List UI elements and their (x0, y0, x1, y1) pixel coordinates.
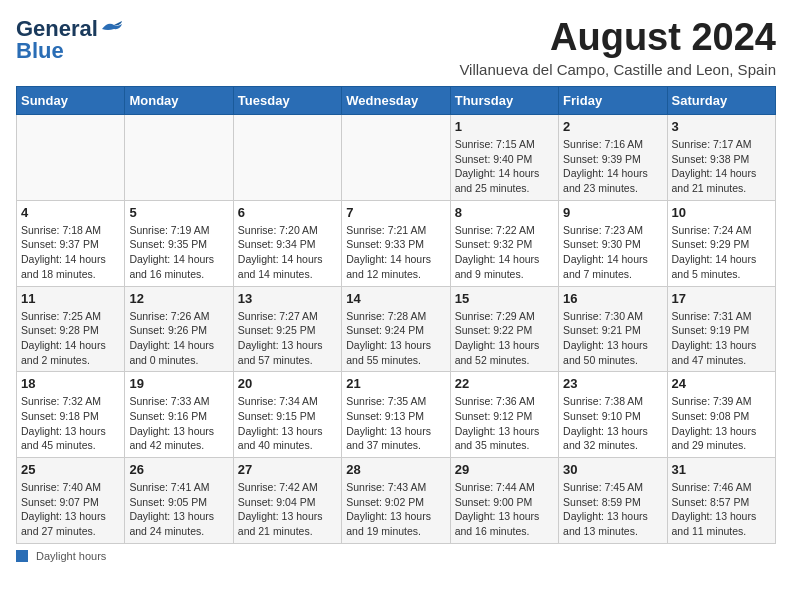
calendar-table: SundayMondayTuesdayWednesdayThursdayFrid… (16, 86, 776, 544)
calendar-week-row: 25Sunrise: 7:40 AM Sunset: 9:07 PM Dayli… (17, 458, 776, 544)
logo: General Blue (16, 16, 122, 64)
weekday-header-friday: Friday (559, 87, 667, 115)
day-number: 31 (672, 462, 771, 477)
day-info: Sunrise: 7:44 AM Sunset: 9:00 PM Dayligh… (455, 480, 554, 539)
day-info: Sunrise: 7:35 AM Sunset: 9:13 PM Dayligh… (346, 394, 445, 453)
calendar-cell: 16Sunrise: 7:30 AM Sunset: 9:21 PM Dayli… (559, 286, 667, 372)
day-info: Sunrise: 7:25 AM Sunset: 9:28 PM Dayligh… (21, 309, 120, 368)
calendar-cell: 8Sunrise: 7:22 AM Sunset: 9:32 PM Daylig… (450, 200, 558, 286)
calendar-cell (125, 115, 233, 201)
day-info: Sunrise: 7:17 AM Sunset: 9:38 PM Dayligh… (672, 137, 771, 196)
day-number: 25 (21, 462, 120, 477)
day-info: Sunrise: 7:36 AM Sunset: 9:12 PM Dayligh… (455, 394, 554, 453)
calendar-cell: 23Sunrise: 7:38 AM Sunset: 9:10 PM Dayli… (559, 372, 667, 458)
day-number: 16 (563, 291, 662, 306)
title-area: August 2024 Villanueva del Campo, Castil… (459, 16, 776, 78)
day-info: Sunrise: 7:23 AM Sunset: 9:30 PM Dayligh… (563, 223, 662, 282)
page-header: General Blue August 2024 Villanueva del … (16, 16, 776, 78)
calendar-week-row: 18Sunrise: 7:32 AM Sunset: 9:18 PM Dayli… (17, 372, 776, 458)
day-number: 18 (21, 376, 120, 391)
location-subtitle: Villanueva del Campo, Castille and Leon,… (459, 61, 776, 78)
calendar-cell: 5Sunrise: 7:19 AM Sunset: 9:35 PM Daylig… (125, 200, 233, 286)
day-info: Sunrise: 7:38 AM Sunset: 9:10 PM Dayligh… (563, 394, 662, 453)
calendar-cell: 14Sunrise: 7:28 AM Sunset: 9:24 PM Dayli… (342, 286, 450, 372)
day-number: 11 (21, 291, 120, 306)
day-info: Sunrise: 7:30 AM Sunset: 9:21 PM Dayligh… (563, 309, 662, 368)
month-year-title: August 2024 (459, 16, 776, 59)
day-number: 2 (563, 119, 662, 134)
legend-color-box (16, 550, 28, 562)
calendar-week-row: 1Sunrise: 7:15 AM Sunset: 9:40 PM Daylig… (17, 115, 776, 201)
calendar-cell: 10Sunrise: 7:24 AM Sunset: 9:29 PM Dayli… (667, 200, 775, 286)
calendar-cell: 30Sunrise: 7:45 AM Sunset: 8:59 PM Dayli… (559, 458, 667, 544)
day-info: Sunrise: 7:32 AM Sunset: 9:18 PM Dayligh… (21, 394, 120, 453)
day-number: 5 (129, 205, 228, 220)
day-info: Sunrise: 7:27 AM Sunset: 9:25 PM Dayligh… (238, 309, 337, 368)
day-info: Sunrise: 7:28 AM Sunset: 9:24 PM Dayligh… (346, 309, 445, 368)
day-info: Sunrise: 7:33 AM Sunset: 9:16 PM Dayligh… (129, 394, 228, 453)
day-number: 21 (346, 376, 445, 391)
day-number: 24 (672, 376, 771, 391)
day-info: Sunrise: 7:21 AM Sunset: 9:33 PM Dayligh… (346, 223, 445, 282)
weekday-header-sunday: Sunday (17, 87, 125, 115)
calendar-cell: 28Sunrise: 7:43 AM Sunset: 9:02 PM Dayli… (342, 458, 450, 544)
day-number: 13 (238, 291, 337, 306)
calendar-cell: 31Sunrise: 7:46 AM Sunset: 8:57 PM Dayli… (667, 458, 775, 544)
day-number: 20 (238, 376, 337, 391)
day-info: Sunrise: 7:42 AM Sunset: 9:04 PM Dayligh… (238, 480, 337, 539)
day-number: 14 (346, 291, 445, 306)
day-info: Sunrise: 7:15 AM Sunset: 9:40 PM Dayligh… (455, 137, 554, 196)
day-number: 17 (672, 291, 771, 306)
calendar-cell: 17Sunrise: 7:31 AM Sunset: 9:19 PM Dayli… (667, 286, 775, 372)
calendar-cell: 15Sunrise: 7:29 AM Sunset: 9:22 PM Dayli… (450, 286, 558, 372)
footer-legend: Daylight hours (16, 550, 776, 562)
day-number: 7 (346, 205, 445, 220)
calendar-cell: 11Sunrise: 7:25 AM Sunset: 9:28 PM Dayli… (17, 286, 125, 372)
weekday-header-thursday: Thursday (450, 87, 558, 115)
day-number: 19 (129, 376, 228, 391)
day-number: 10 (672, 205, 771, 220)
calendar-cell: 2Sunrise: 7:16 AM Sunset: 9:39 PM Daylig… (559, 115, 667, 201)
calendar-cell: 1Sunrise: 7:15 AM Sunset: 9:40 PM Daylig… (450, 115, 558, 201)
day-info: Sunrise: 7:34 AM Sunset: 9:15 PM Dayligh… (238, 394, 337, 453)
day-info: Sunrise: 7:41 AM Sunset: 9:05 PM Dayligh… (129, 480, 228, 539)
calendar-cell: 21Sunrise: 7:35 AM Sunset: 9:13 PM Dayli… (342, 372, 450, 458)
day-number: 1 (455, 119, 554, 134)
weekday-header-tuesday: Tuesday (233, 87, 341, 115)
calendar-cell: 6Sunrise: 7:20 AM Sunset: 9:34 PM Daylig… (233, 200, 341, 286)
calendar-cell: 29Sunrise: 7:44 AM Sunset: 9:00 PM Dayli… (450, 458, 558, 544)
weekday-header-monday: Monday (125, 87, 233, 115)
weekday-header-row: SundayMondayTuesdayWednesdayThursdayFrid… (17, 87, 776, 115)
calendar-cell: 20Sunrise: 7:34 AM Sunset: 9:15 PM Dayli… (233, 372, 341, 458)
day-info: Sunrise: 7:40 AM Sunset: 9:07 PM Dayligh… (21, 480, 120, 539)
calendar-cell: 24Sunrise: 7:39 AM Sunset: 9:08 PM Dayli… (667, 372, 775, 458)
day-info: Sunrise: 7:31 AM Sunset: 9:19 PM Dayligh… (672, 309, 771, 368)
day-info: Sunrise: 7:18 AM Sunset: 9:37 PM Dayligh… (21, 223, 120, 282)
day-number: 22 (455, 376, 554, 391)
calendar-week-row: 4Sunrise: 7:18 AM Sunset: 9:37 PM Daylig… (17, 200, 776, 286)
calendar-cell: 26Sunrise: 7:41 AM Sunset: 9:05 PM Dayli… (125, 458, 233, 544)
logo-text-blue: Blue (16, 38, 64, 64)
day-info: Sunrise: 7:39 AM Sunset: 9:08 PM Dayligh… (672, 394, 771, 453)
day-info: Sunrise: 7:19 AM Sunset: 9:35 PM Dayligh… (129, 223, 228, 282)
calendar-cell: 19Sunrise: 7:33 AM Sunset: 9:16 PM Dayli… (125, 372, 233, 458)
calendar-cell (342, 115, 450, 201)
day-number: 26 (129, 462, 228, 477)
day-info: Sunrise: 7:46 AM Sunset: 8:57 PM Dayligh… (672, 480, 771, 539)
day-info: Sunrise: 7:43 AM Sunset: 9:02 PM Dayligh… (346, 480, 445, 539)
day-info: Sunrise: 7:29 AM Sunset: 9:22 PM Dayligh… (455, 309, 554, 368)
day-number: 29 (455, 462, 554, 477)
calendar-cell: 13Sunrise: 7:27 AM Sunset: 9:25 PM Dayli… (233, 286, 341, 372)
day-info: Sunrise: 7:26 AM Sunset: 9:26 PM Dayligh… (129, 309, 228, 368)
day-info: Sunrise: 7:20 AM Sunset: 9:34 PM Dayligh… (238, 223, 337, 282)
day-number: 8 (455, 205, 554, 220)
day-number: 23 (563, 376, 662, 391)
day-number: 9 (563, 205, 662, 220)
day-info: Sunrise: 7:45 AM Sunset: 8:59 PM Dayligh… (563, 480, 662, 539)
calendar-cell: 22Sunrise: 7:36 AM Sunset: 9:12 PM Dayli… (450, 372, 558, 458)
day-number: 12 (129, 291, 228, 306)
legend-label: Daylight hours (36, 550, 106, 562)
calendar-cell: 12Sunrise: 7:26 AM Sunset: 9:26 PM Dayli… (125, 286, 233, 372)
calendar-cell: 7Sunrise: 7:21 AM Sunset: 9:33 PM Daylig… (342, 200, 450, 286)
calendar-cell: 27Sunrise: 7:42 AM Sunset: 9:04 PM Dayli… (233, 458, 341, 544)
